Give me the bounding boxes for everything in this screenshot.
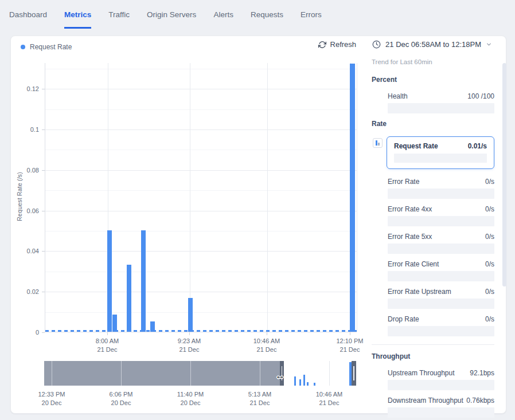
metric-sparkline [388, 189, 494, 199]
brush-bar [314, 383, 315, 386]
tab-errors[interactable]: Errors [301, 0, 322, 29]
metric-error-rate-5xx-wrap: Error Rate 5xx0/s [372, 233, 494, 254]
metric-row-drop-rate[interactable]: Drop Rate0/s [388, 315, 494, 336]
metric-sparkline [394, 154, 487, 163]
metric-error-rate-wrap: Error Rate0/s [372, 178, 494, 199]
gridline-horizontal [45, 272, 357, 272]
brush-timeline[interactable] [44, 361, 356, 386]
gridline-horizontal [45, 292, 357, 292]
metric-row-health[interactable]: Health100 /100 [388, 92, 494, 113]
metric-request-rate-wrap: Request Rate0.01/s [372, 136, 494, 169]
plot-area[interactable] [45, 63, 357, 332]
metric-row-upstream-throughput[interactable]: Upstream Throughput92.1bps [388, 369, 494, 390]
metric-value: 0/s [485, 260, 494, 268]
x-tick-label: 12:10 PM21 Dec [324, 337, 376, 355]
brush-gridline [121, 361, 122, 386]
section-rate: RateRequest Rate0.01/sError Rate0/sError… [372, 120, 494, 336]
x-tick-mark [107, 332, 108, 335]
metric-label: Error Rate Upstream [388, 288, 451, 296]
metrics-page: DashboardMetricsTrafficOrigin ServersAle… [0, 0, 515, 420]
brush-gridline [190, 361, 191, 386]
tab-traffic[interactable]: Traffic [108, 0, 130, 29]
brush-gridline [260, 361, 260, 386]
tab-requests[interactable]: Requests [251, 0, 283, 29]
metric-value: 0/s [485, 288, 494, 296]
brush-tick-label: 11:40 PM20 Dec [165, 390, 216, 408]
request-rate-bar[interactable] [107, 230, 112, 332]
gridline-horizontal [45, 312, 357, 313]
refresh-label: Refresh [330, 40, 357, 49]
legend-dot-icon [21, 45, 25, 49]
x-tick-label: 10:46 AM21 Dec [241, 337, 292, 355]
gridline-horizontal [45, 89, 357, 89]
y-tick-mark [42, 332, 45, 333]
metric-label: Request Rate [394, 142, 438, 150]
brush-unselected-mask[interactable] [44, 361, 280, 386]
metric-row-downstream-throughput[interactable]: Downstream Throughput0.76kbps [388, 397, 494, 418]
metric-row-error-rate-upstream[interactable]: Error Rate Upstream0/s [388, 288, 494, 309]
y-tick-label: 0.06 [10, 207, 39, 214]
refresh-button[interactable]: Refresh [318, 40, 357, 49]
gridline-horizontal [45, 190, 357, 191]
y-tick-label: 0.02 [10, 288, 39, 295]
tab-alerts[interactable]: Alerts [213, 0, 233, 29]
y-tick-mark [42, 129, 45, 130]
brush-tick-label: 5:13 AM21 Dec [234, 390, 286, 408]
clock-icon [372, 40, 381, 49]
brush-gridline [329, 361, 330, 386]
metric-header: Drop Rate0/s [388, 315, 494, 323]
chart-legend[interactable]: Request Rate [21, 43, 72, 51]
request-rate-bar[interactable] [141, 230, 146, 332]
gridline-horizontal [45, 170, 357, 171]
metric-header: Health100 /100 [388, 92, 494, 100]
metric-header: Error Rate 5xx0/s [388, 233, 494, 241]
y-tick-label: 0 [10, 329, 39, 336]
metric-value: 100 /100 [467, 92, 494, 100]
y-tick-label: 0.1 [10, 126, 39, 133]
metric-sparkline [388, 271, 494, 281]
metric-row-error-rate[interactable]: Error Rate0/s [388, 178, 494, 199]
metric-row-error-rate-4xx[interactable]: Error Rate 4xx0/s [388, 205, 494, 226]
metric-value: 0/s [485, 178, 494, 186]
tab-metrics[interactable]: Metrics [64, 0, 91, 29]
gridline-vertical [190, 63, 190, 332]
metric-header: Request Rate0.01/s [394, 142, 487, 150]
metric-sparkline [388, 326, 494, 336]
metric-error-rate-upstream-wrap: Error Rate Upstream0/s [372, 288, 494, 309]
gridline-horizontal [45, 109, 357, 110]
sidebar-scrollbar[interactable] [502, 63, 506, 286]
date-range-label: 21 Dec 06:58AM to 12:18PM [385, 40, 481, 49]
gridline-vertical [267, 63, 268, 332]
gridline-horizontal [45, 231, 357, 231]
y-tick-mark [42, 211, 45, 211]
gridline-horizontal [45, 251, 357, 252]
request-rate-bar[interactable] [127, 265, 131, 332]
metric-sparkline [388, 299, 494, 309]
x-tick-mark [189, 332, 190, 335]
metric-card-request-rate[interactable]: Request Rate0.01/s [387, 136, 494, 169]
metric-health-wrap: Health100 /100 [372, 92, 494, 113]
brush-tick-label: 10:46 AM21 Dec [303, 390, 355, 408]
metric-label: Health [388, 92, 408, 100]
metric-row-error-rate-5xx[interactable]: Error Rate 5xx0/s [388, 233, 494, 254]
metric-row-error-rate-client[interactable]: Error Rate Client0/s [388, 260, 494, 281]
brush-bar [307, 382, 309, 386]
tab-dashboard[interactable]: Dashboard [9, 0, 47, 29]
metric-label: Drop Rate [388, 315, 419, 323]
metric-header: Error Rate0/s [388, 178, 494, 186]
tab-origin-servers[interactable]: Origin Servers [147, 0, 196, 29]
x-tick-label: 8:00 AM21 Dec [81, 337, 133, 355]
metric-drop-rate-wrap: Drop Rate0/s [372, 315, 494, 336]
request-rate-bar[interactable] [350, 64, 355, 332]
request-rate-bar[interactable] [188, 298, 193, 332]
chart-type-icon[interactable] [373, 138, 383, 148]
top-nav: DashboardMetricsTrafficOrigin ServersAle… [9, 0, 322, 29]
date-range-picker[interactable]: 21 Dec 06:58AM to 12:18PM [372, 40, 492, 49]
section-heading: Throughput [372, 352, 494, 360]
brush-handle-right[interactable] [352, 361, 356, 386]
y-tick-mark [42, 170, 45, 171]
brush-tick-label: 6:06 PM20 Dec [95, 390, 147, 408]
gridline-horizontal [45, 211, 357, 211]
metrics-sidebar: Trend for Last 60min PercentHealth100 /1… [372, 58, 494, 420]
request-rate-bar[interactable] [112, 315, 117, 332]
